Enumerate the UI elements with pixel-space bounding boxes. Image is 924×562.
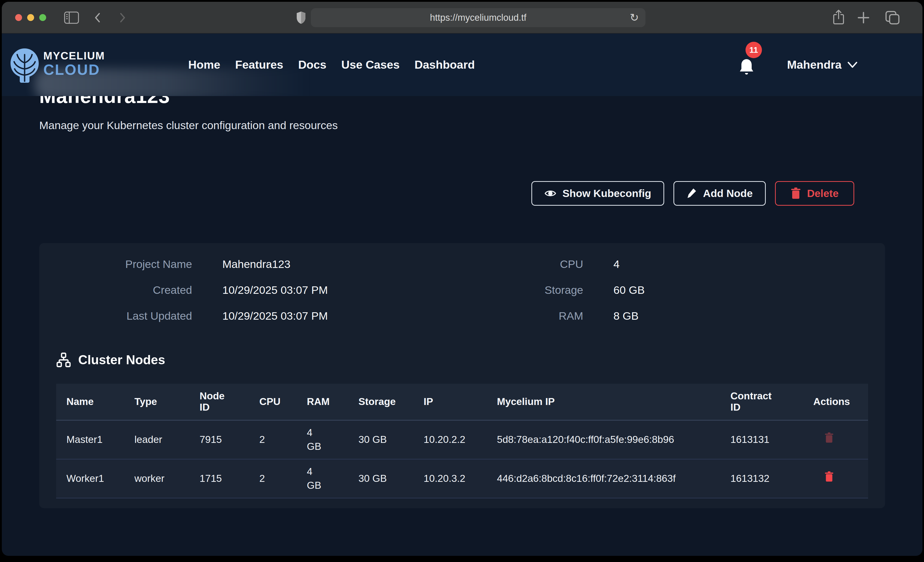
user-menu[interactable]: Mahendra xyxy=(787,58,858,72)
mycelium-logo-icon[interactable] xyxy=(9,47,40,84)
page-subtitle: Manage your Kubernetes cluster configura… xyxy=(39,119,885,132)
brand-line1: MYCELIUM xyxy=(44,51,105,61)
user-name: Mahendra xyxy=(787,58,842,72)
forward-button-icon[interactable] xyxy=(117,12,128,23)
back-button-icon[interactable] xyxy=(92,12,104,23)
privacy-shield-icon[interactable] xyxy=(296,11,306,24)
address-bar[interactable]: https://myceliumcloud.tf ↻ xyxy=(311,8,645,27)
delete-label: Delete xyxy=(807,187,838,200)
storage-label: Storage xyxy=(458,284,583,296)
pencil-icon xyxy=(687,188,697,199)
site-navbar: MYCELIUM CLOUD Home Features Docs Use Ca… xyxy=(2,34,922,96)
cell-node-id: 1715 xyxy=(196,459,256,498)
brand-wordmark[interactable]: MYCELIUM CLOUD xyxy=(44,51,105,77)
delete-cluster-button[interactable]: Delete xyxy=(775,181,854,206)
cell-ram: 4 GB xyxy=(303,420,355,459)
nav-item-use-cases[interactable]: Use Cases xyxy=(341,58,400,72)
cell-node-id: 7915 xyxy=(196,420,256,459)
nav-item-home[interactable]: Home xyxy=(188,58,220,72)
table-header-row: Name Type Node ID CPU RAM Storage IP Myc… xyxy=(56,384,868,420)
cell-ip: 10.20.3.2 xyxy=(420,459,494,498)
project-name-label: Project Name xyxy=(56,258,192,271)
nav-menu: Home Features Docs Use Cases Dashboard xyxy=(188,58,475,72)
col-storage: Storage xyxy=(355,384,420,420)
cell-mycelium-ip: 5d8:78ea:a120:f40c:ff0f:a5fe:99e6:8b96 xyxy=(494,420,727,459)
cell-name: Master1 xyxy=(56,420,131,459)
nav-item-docs[interactable]: Docs xyxy=(298,58,327,72)
trash-icon xyxy=(825,432,834,443)
dashboard-content: Mahendra123 Manage your Kubernetes clust… xyxy=(2,96,922,556)
cell-type: worker xyxy=(131,459,196,498)
created-value: 10/29/2025 03:07 PM xyxy=(192,284,458,296)
add-node-button[interactable]: Add Node xyxy=(674,181,766,206)
cluster-info-grid: Project Name Mahendra123 CPU 4 Created 1… xyxy=(56,258,868,322)
cluster-nodes-table: Name Type Node ID CPU RAM Storage IP Myc… xyxy=(56,384,868,498)
cell-ip: 10.20.2.2 xyxy=(420,420,494,459)
share-icon[interactable] xyxy=(832,9,845,25)
col-ram: RAM xyxy=(303,384,355,420)
cell-actions xyxy=(810,420,868,459)
traffic-lights xyxy=(15,14,46,21)
browser-window: https://myceliumcloud.tf ↻ xyxy=(2,2,922,556)
table-row: Master1 leader 7915 2 4 GB 30 GB 10.20.2… xyxy=(56,420,868,459)
reload-icon[interactable]: ↻ xyxy=(630,12,639,23)
cell-contract-id: 1613131 xyxy=(727,420,810,459)
col-ip: IP xyxy=(420,384,494,420)
cell-ram: 4 GB xyxy=(303,459,355,498)
close-window-button[interactable] xyxy=(15,14,22,21)
new-tab-icon[interactable] xyxy=(857,11,870,24)
tab-overview-icon[interactable] xyxy=(885,10,900,25)
last-updated-value: 10/29/2025 03:07 PM xyxy=(192,310,458,322)
ram-label: RAM xyxy=(458,310,583,322)
col-node-id: Node ID xyxy=(196,384,256,420)
notifications-button[interactable]: 11 xyxy=(738,58,756,77)
col-mycelium-ip: Mycelium IP xyxy=(494,384,727,420)
chevron-down-icon xyxy=(848,61,858,68)
browser-toolbar: https://myceliumcloud.tf ↻ xyxy=(2,2,922,34)
cpu-label: CPU xyxy=(458,258,583,271)
delete-node-button[interactable] xyxy=(825,432,834,444)
ram-value: 8 GB xyxy=(583,310,868,322)
cell-actions xyxy=(810,459,868,498)
col-actions: Actions xyxy=(810,384,868,420)
network-nodes-icon xyxy=(56,353,71,367)
cell-mycelium-ip: 446:d2a6:8bcd:8c16:ff0f:72e2:3114:863f xyxy=(494,459,727,498)
trash-icon xyxy=(790,187,801,199)
bell-icon xyxy=(738,58,755,76)
cell-storage: 30 GB xyxy=(355,420,420,459)
cluster-nodes-title: Cluster Nodes xyxy=(78,353,165,367)
col-contract-id: Contract ID xyxy=(727,384,810,420)
trash-icon xyxy=(825,471,834,482)
delete-node-button[interactable] xyxy=(825,471,834,483)
brand-line2: CLOUD xyxy=(44,62,105,77)
eye-icon xyxy=(544,189,556,198)
nav-item-dashboard[interactable]: Dashboard xyxy=(414,58,475,72)
created-label: Created xyxy=(56,284,192,296)
nav-item-features[interactable]: Features xyxy=(235,58,284,72)
cell-storage: 30 GB xyxy=(355,459,420,498)
cpu-value: 4 xyxy=(583,258,868,271)
cell-cpu: 2 xyxy=(256,459,303,498)
cell-type: leader xyxy=(131,420,196,459)
show-kubeconfig-label: Show Kubeconfig xyxy=(562,187,651,200)
cell-name: Worker1 xyxy=(56,459,131,498)
zoom-window-button[interactable] xyxy=(39,14,46,21)
col-cpu: CPU xyxy=(256,384,303,420)
cluster-details-panel: Project Name Mahendra123 CPU 4 Created 1… xyxy=(39,243,885,508)
url-text: https://myceliumcloud.tf xyxy=(430,12,526,23)
col-name: Name xyxy=(56,384,131,420)
add-node-label: Add Node xyxy=(703,187,753,200)
cluster-nodes-heading: Cluster Nodes xyxy=(56,353,868,367)
sidebar-toggle-icon[interactable] xyxy=(64,12,79,24)
table-row: Worker1 worker 1715 2 4 GB 30 GB 10.20.3… xyxy=(56,459,868,498)
storage-value: 60 GB xyxy=(583,284,868,296)
cluster-actions: Show Kubeconfig Add Node Delete xyxy=(39,181,885,206)
cell-cpu: 2 xyxy=(256,420,303,459)
show-kubeconfig-button[interactable]: Show Kubeconfig xyxy=(531,181,664,206)
cell-contract-id: 1613132 xyxy=(727,459,810,498)
last-updated-label: Last Updated xyxy=(56,310,192,322)
project-name-value: Mahendra123 xyxy=(192,258,458,271)
minimize-window-button[interactable] xyxy=(27,14,34,21)
col-type: Type xyxy=(131,384,196,420)
notification-count-badge: 11 xyxy=(746,42,762,58)
